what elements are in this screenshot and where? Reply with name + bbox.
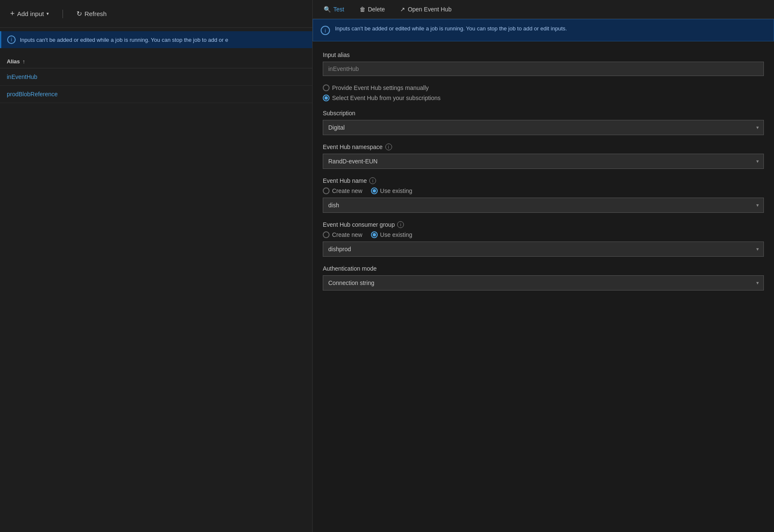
alias-table: Alias ↑ inEventHub prodBlobReference (0, 48, 312, 103)
radio-label-consumer-create-new: Create new (332, 231, 362, 238)
authentication-mode-select-wrapper: Connection string ▾ (323, 275, 764, 290)
delete-button[interactable]: 🗑 Delete (357, 4, 387, 14)
toolbar-divider (63, 10, 63, 18)
radio-btn-name-use-existing[interactable] (371, 187, 378, 194)
input-alias-label: Input alias (323, 52, 764, 58)
right-info-icon: i (321, 26, 330, 35)
event-hub-consumer-group-select-wrapper: dishprod ▾ (323, 242, 764, 257)
chevron-down-icon: ▾ (46, 11, 49, 16)
left-info-banner: i Inputs can't be added or edited while … (0, 31, 312, 48)
right-info-banner: i Inputs can't be added or edited while … (313, 19, 774, 41)
toolbar: + Add input ▾ ↻ Refresh (0, 0, 312, 28)
radio-btn-subscriptions[interactable] (323, 95, 330, 101)
radio-consumer-group-use-existing[interactable]: Use existing (371, 231, 412, 238)
radio-label-name-create-new: Create new (332, 187, 362, 194)
subscription-group: Subscription Digital ▾ (323, 110, 764, 135)
alias-row-prodblobreference[interactable]: prodBlobReference (0, 86, 312, 103)
alias-row-ineventhub[interactable]: inEventHub (0, 68, 312, 86)
event-hub-namespace-select-wrapper: RandD-event-EUN ▾ (323, 154, 764, 169)
event-hub-namespace-select[interactable]: RandD-event-EUN (323, 154, 764, 169)
subscription-label: Subscription (323, 110, 764, 117)
input-alias-group: Input alias (323, 52, 764, 76)
radio-btn-consumer-use-existing[interactable] (371, 231, 378, 238)
test-icon: 🔍 (324, 6, 331, 13)
info-icon: i (7, 35, 16, 44)
left-panel: + Add input ▾ ↻ Refresh i Inputs can't b… (0, 0, 313, 532)
event-hub-source-radios-2: Select Event Hub from your subscriptions (323, 95, 764, 101)
event-hub-source-radios: Provide Event Hub settings manually (323, 84, 764, 91)
authentication-mode-label: Authentication mode (323, 265, 764, 272)
subscription-select[interactable]: Digital (323, 120, 764, 135)
event-hub-namespace-info-icon[interactable]: i (385, 144, 392, 150)
radio-consumer-group-create-new[interactable]: Create new (323, 231, 362, 238)
event-hub-name-label: Event Hub name i (323, 177, 764, 184)
test-button[interactable]: 🔍 Test (321, 4, 347, 14)
radio-label-manual: Provide Event Hub settings manually (332, 84, 429, 91)
refresh-label: Refresh (84, 10, 107, 17)
right-panel: 🔍 Test 🗑 Delete ↗ Open Event Hub i Input… (313, 0, 774, 532)
radio-event-hub-name-create-new[interactable]: Create new (323, 187, 362, 194)
radio-label-subscriptions: Select Event Hub from your subscriptions (332, 95, 441, 101)
top-toolbar: 🔍 Test 🗑 Delete ↗ Open Event Hub (313, 0, 774, 19)
event-hub-namespace-group: Event Hub namespace i RandD-event-EUN ▾ (323, 144, 764, 169)
event-hub-consumer-group-group: Event Hub consumer group i Create new Us… (323, 221, 764, 257)
radio-select-subscriptions[interactable]: Select Event Hub from your subscriptions (323, 95, 441, 101)
alias-header-label: Alias (7, 58, 20, 65)
radio-btn-manual[interactable] (323, 84, 330, 91)
event-hub-consumer-group-info-icon[interactable]: i (397, 221, 404, 228)
event-hub-name-radios: Create new Use existing (323, 187, 764, 194)
add-input-label: Add input (17, 10, 44, 17)
event-hub-name-select-wrapper: dish ▾ (323, 198, 764, 213)
radio-event-hub-name-use-existing[interactable]: Use existing (371, 187, 412, 194)
event-hub-namespace-label: Event Hub namespace i (323, 144, 764, 150)
form-area: Input alias Provide Event Hub settings m… (313, 41, 774, 301)
add-input-button[interactable]: + Add input ▾ (7, 8, 52, 20)
delete-icon: 🗑 (360, 6, 365, 13)
event-hub-name-select[interactable]: dish (323, 198, 764, 213)
refresh-button[interactable]: ↻ Refresh (73, 8, 110, 19)
event-hub-name-group: Event Hub name i Create new Use existing… (323, 177, 764, 213)
alias-row-label: prodBlobReference (7, 91, 58, 98)
event-hub-consumer-group-select[interactable]: dishprod (323, 242, 764, 257)
event-hub-consumer-group-radios: Create new Use existing (323, 231, 764, 238)
radio-provide-manually[interactable]: Provide Event Hub settings manually (323, 84, 429, 91)
event-hub-source-group: Provide Event Hub settings manually Sele… (323, 84, 764, 101)
authentication-mode-select[interactable]: Connection string (323, 275, 764, 290)
alias-row-label: inEventHub (7, 73, 37, 80)
refresh-icon: ↻ (76, 10, 82, 18)
left-info-banner-text: Inputs can't be added or edited while a … (20, 37, 228, 43)
open-event-hub-label: Open Event Hub (408, 6, 452, 13)
radio-btn-consumer-create-new[interactable] (323, 231, 330, 238)
event-hub-name-info-icon[interactable]: i (369, 177, 376, 184)
open-event-hub-button[interactable]: ↗ Open Event Hub (398, 4, 454, 14)
subscription-select-wrapper: Digital ▾ (323, 120, 764, 135)
right-info-banner-text: Inputs can't be added or edited while a … (335, 25, 567, 32)
radio-label-consumer-use-existing: Use existing (380, 231, 412, 238)
radio-label-name-use-existing: Use existing (380, 187, 412, 194)
radio-btn-name-create-new[interactable] (323, 187, 330, 194)
alias-header: Alias ↑ (0, 55, 312, 68)
plus-icon: + (10, 9, 15, 18)
delete-label: Delete (368, 6, 385, 13)
authentication-mode-group: Authentication mode Connection string ▾ (323, 265, 764, 290)
sort-icon: ↑ (22, 58, 25, 65)
open-event-hub-icon: ↗ (400, 6, 405, 13)
input-alias-field[interactable] (323, 62, 764, 76)
test-label: Test (333, 6, 344, 13)
event-hub-consumer-group-label: Event Hub consumer group i (323, 221, 764, 228)
